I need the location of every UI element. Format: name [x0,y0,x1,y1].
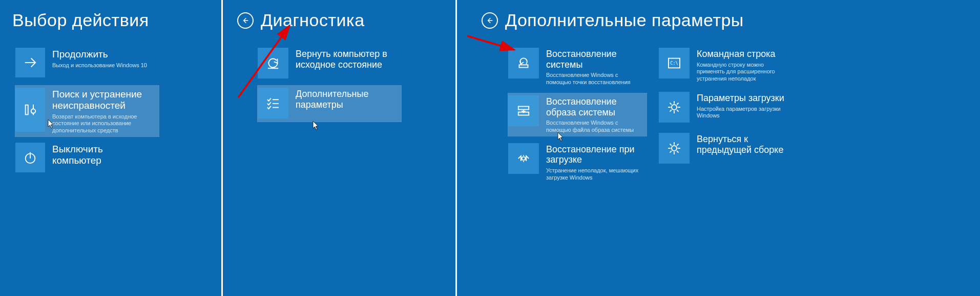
tile-title: Продолжить [52,49,147,60]
svg-line-33 [670,151,672,152]
arrow-right-icon [15,48,45,77]
svg-rect-1 [26,105,28,115]
tile-title: Вернуться к предыдущей сборке [697,134,792,155]
panel3-title: Дополнительные параметры [505,10,744,30]
svg-text:C:\: C:\ [670,61,678,66]
tile-title: Поиск и устранение неисправностей [52,89,150,111]
tile-go-back-build[interactable]: Вернуться к предыдущей сборке [659,131,797,167]
tile-title: Параметры загрузки [697,93,792,104]
arrow-left-icon [486,16,494,25]
panel-choose-action: Выбор действия Продолжить Выход и исполь… [0,0,221,296]
tile-system-restore[interactable]: Восстановление системы Восстановление Wi… [508,46,647,88]
tile-title: Выключить компьютер [52,144,150,166]
svg-rect-11 [518,106,529,109]
reset-icon [258,48,288,78]
tile-title: Командная строка [697,49,792,60]
restore-point-icon [508,48,539,78]
tile-startup-repair[interactable]: Восстановление при загрузке Устранение н… [508,141,647,184]
panel3-header: Дополнительные параметры [457,0,980,46]
tile-desc: Возврат компьютера в исходное состояние … [52,113,150,134]
tile-desc: Устранение неполадок, мешающих загрузке … [546,167,641,182]
power-icon [15,143,45,172]
svg-point-17 [672,105,677,110]
svg-rect-10 [519,65,528,67]
panel2-title: Диагностика [261,10,365,30]
tile-title: Восстановление образа системы [546,96,641,117]
svg-line-25 [677,103,678,104]
checklist-icon [258,88,288,119]
gear-icon [659,133,690,164]
tile-system-image-recovery[interactable]: Восстановление образа системы Восстановл… [508,93,647,136]
panel3-col2: C:\ Командная строка Командную строку мо… [659,46,798,184]
svg-line-23 [677,110,678,111]
panel1-header: Выбор действия [0,0,221,46]
tools-icon [15,88,45,132]
tile-desc: Командную строку можно применять для рас… [697,62,792,83]
startup-repair-icon [508,143,539,174]
command-prompt-icon: C:\ [659,48,690,78]
tile-continue[interactable]: Продолжить Выход и использование Windows… [15,46,159,82]
tile-desc: Настройка параметров загрузки Windows [697,106,792,120]
panel1-title: Выбор действия [12,10,149,30]
back-button[interactable] [237,12,254,29]
svg-point-14 [522,156,526,160]
svg-line-34 [677,144,678,145]
tile-reset-pc[interactable]: Вернуть компьютер в исходное состояние [258,46,401,82]
cursor-icon [312,121,320,131]
tile-title: Дополнительные параметры [296,89,393,110]
svg-line-24 [670,110,672,111]
panel-diagnostics: Диагностика Вернуть компьютер в исходное… [223,0,455,296]
tile-advanced-options[interactable]: Дополнительные параметры [258,86,401,122]
arrow-left-icon [241,16,249,25]
svg-point-2 [31,109,35,113]
svg-line-22 [670,103,672,104]
gear-icon [659,92,690,123]
tile-startup-settings[interactable]: Параметры загрузки Настройка параметров … [659,90,797,126]
panel1-tiles: Продолжить Выход и использование Windows… [0,46,221,176]
panel3-col1: Восстановление системы Восстановление Wi… [508,46,648,184]
tile-troubleshoot[interactable]: Поиск и устранение неисправностей Возвра… [15,86,159,136]
panel3-body: Восстановление системы Восстановление Wi… [457,46,980,184]
tile-title: Вернуть компьютер в исходное состояние [296,49,393,70]
image-recovery-icon [508,95,539,126]
tile-title: Восстановление при загрузке [546,144,641,165]
svg-point-26 [672,146,677,151]
tile-command-prompt[interactable]: C:\ Командная строка Командную строку мо… [659,46,797,85]
tile-desc: Выход и использование Windows 10 [52,62,147,69]
back-button[interactable] [482,12,498,29]
tile-desc: Восстановление Windows с помощью точки в… [546,72,641,86]
svg-line-31 [670,144,672,145]
panel2-header: Диагностика [223,0,455,46]
svg-line-32 [677,151,678,152]
panel2-tiles: Вернуть компьютер в исходное состояние Д… [223,46,455,122]
tile-shutdown[interactable]: Выключить компьютер [15,141,159,176]
panel-advanced-options: Дополнительные параметры Восстановление … [457,0,980,296]
tile-desc: Восстановление Windows с помощью файла о… [546,120,641,134]
tile-title: Восстановление системы [546,49,641,70]
